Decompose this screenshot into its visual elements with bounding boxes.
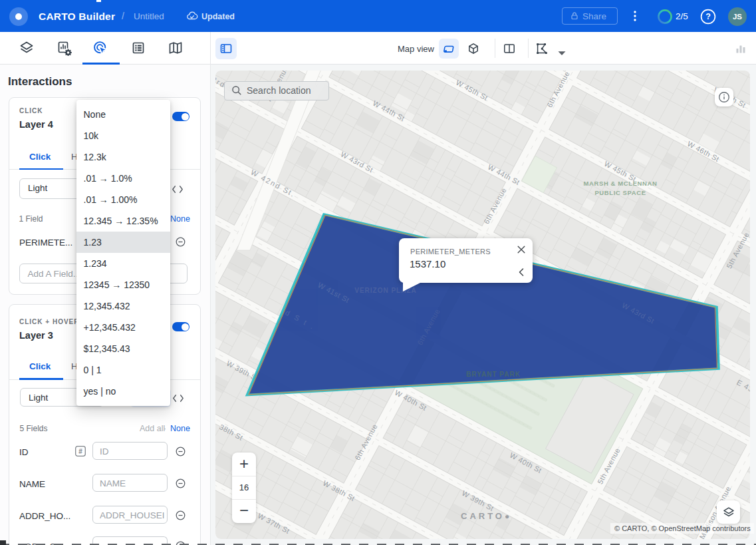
- svg-text:#: #: [78, 448, 82, 455]
- svg-text:PUBLIC SPACE: PUBLIC SPACE: [594, 189, 646, 196]
- svg-text:MARSH & MCLENNAN: MARSH & MCLENNAN: [584, 180, 658, 187]
- svg-text:BRYANT PARK: BRYANT PARK: [466, 371, 521, 378]
- svg-text:?: ?: [705, 12, 711, 21]
